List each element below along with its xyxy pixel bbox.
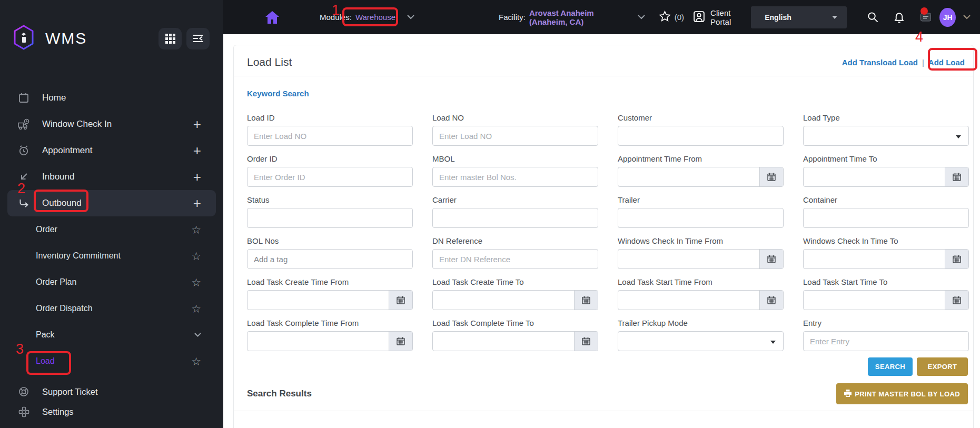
user-menu-chevron-down-icon[interactable]: [963, 15, 971, 19]
form-field-load-type: Load Type: [803, 113, 969, 146]
add-load-link[interactable]: Add Load: [928, 58, 965, 67]
form-field-order-id: Order ID: [247, 154, 413, 187]
sidebar-item-order-plan[interactable]: Order Plan☆: [0, 269, 223, 295]
sidebar-item-label: Window Check In: [42, 119, 193, 130]
search-button[interactable]: SEARCH: [868, 357, 913, 376]
expand-plus-icon[interactable]: +: [193, 170, 201, 184]
expand-plus-icon[interactable]: +: [193, 117, 201, 131]
select-load-type[interactable]: [803, 126, 969, 146]
form-field-mbol: MBOL: [432, 154, 598, 187]
sidebar-item-inventory-commitment[interactable]: Inventory Commitment☆: [0, 243, 223, 269]
input-customer[interactable]: [618, 126, 783, 145]
apps-grid-button[interactable]: [159, 28, 182, 49]
favorite-star-icon[interactable]: ☆: [191, 303, 201, 314]
chevron-down-icon[interactable]: [194, 333, 201, 337]
sidebar-item-settings[interactable]: Settings: [0, 402, 223, 422]
sidebar-item-outbound[interactable]: Outbound+: [7, 190, 216, 216]
sidebar-item-home[interactable]: Home: [0, 85, 223, 111]
expand-plus-icon[interactable]: +: [193, 144, 201, 157]
input-status[interactable]: [248, 208, 412, 227]
client-portal-label: Client Portal: [710, 8, 745, 26]
input-load-task-create-time-to[interactable]: [433, 291, 574, 310]
input-bol-nos[interactable]: [248, 250, 412, 268]
calendar-icon[interactable]: [574, 332, 598, 351]
field-label: Customer: [618, 113, 784, 122]
sidebar-item-pack[interactable]: Pack: [0, 322, 223, 348]
field-label: Load Task Start Time From: [618, 277, 784, 286]
input-load-no[interactable]: [433, 126, 598, 145]
input-trailer[interactable]: [618, 208, 783, 227]
calendar-icon[interactable]: [759, 291, 783, 310]
sidebar-item-support-ticket[interactable]: Support Ticket: [0, 382, 223, 402]
calendar-icon[interactable]: [759, 167, 783, 186]
input-mbol[interactable]: [433, 167, 598, 186]
calendar-icon[interactable]: [759, 250, 783, 268]
print-master-bol-button[interactable]: PRINT MASTER BOL BY LOAD: [836, 383, 968, 404]
notifications-bell-icon[interactable]: [893, 11, 905, 23]
field-label: Windows Check In Time To: [803, 236, 969, 245]
favorite-star-icon[interactable]: ☆: [191, 277, 201, 288]
client-portal-button[interactable]: Client Portal: [692, 8, 745, 26]
favorite-star-icon[interactable]: ☆: [191, 224, 201, 235]
input-entry[interactable]: [804, 332, 968, 351]
input-load-task-start-time-from[interactable]: [618, 291, 759, 310]
input-container[interactable]: [804, 208, 968, 227]
expand-plus-icon[interactable]: +: [193, 196, 201, 210]
sidebar-header: WMS: [0, 0, 223, 52]
sidebar-item-appointment[interactable]: Appointment+: [0, 137, 223, 164]
notification-badge: [920, 7, 928, 15]
favorite-star-icon[interactable]: ☆: [191, 356, 201, 367]
input-appointment-time-to[interactable]: [804, 167, 945, 186]
sidebar-item-window-check-in[interactable]: Window Check In+: [0, 111, 223, 137]
language-select[interactable]: English: [751, 6, 847, 28]
sidebar-item-load[interactable]: Load☆: [0, 348, 223, 374]
client-portal-icon: [692, 10, 706, 25]
select-trailer-pickup-mode[interactable]: [618, 331, 784, 351]
input-windows-check-in-time-to[interactable]: [804, 250, 945, 268]
input-order-id[interactable]: [248, 167, 412, 186]
calendar-icon[interactable]: [945, 291, 968, 310]
search-results-heading: Search Results: [247, 389, 312, 399]
module-chevron-down-icon[interactable]: [407, 15, 414, 19]
sidebar-item-order-dispatch[interactable]: Order Dispatch☆: [0, 295, 223, 322]
search-icon[interactable]: [867, 11, 879, 23]
calendar-icon[interactable]: [945, 167, 968, 186]
calendar-icon[interactable]: [945, 250, 968, 268]
input-carrier[interactable]: [433, 208, 598, 227]
sidebar-item-inbound[interactable]: Inbound+: [0, 164, 223, 190]
export-button[interactable]: EXPORT: [917, 357, 968, 376]
input-appointment-time-from[interactable]: [618, 167, 759, 186]
facility-selector[interactable]: Arovast Anaheim (Anaheim, CA): [529, 8, 626, 26]
input-load-task-create-time-from[interactable]: [248, 291, 389, 310]
favorite-star-icon[interactable]: ☆: [191, 251, 201, 262]
input-load-task-complete-time-from[interactable]: [248, 332, 389, 351]
sidebar-item-order[interactable]: Order☆: [0, 216, 223, 243]
facility-chevron-down-icon[interactable]: [638, 15, 645, 19]
form-field-trailer-pickup-mode: Trailer Pickup Mode: [618, 318, 784, 351]
form-field-load-task-start-time-from: Load Task Start Time From: [618, 277, 784, 310]
field-label: Order ID: [247, 154, 413, 163]
add-transload-load-link[interactable]: Add Transload Load: [842, 58, 918, 67]
favorites-button[interactable]: (0): [659, 11, 684, 24]
settings-icon: [17, 406, 30, 417]
module-selector[interactable]: Warehouse: [355, 13, 395, 22]
input-windows-check-in-time-from[interactable]: [618, 250, 759, 268]
input-load-task-complete-time-to[interactable]: [433, 332, 574, 351]
input-load-id[interactable]: [248, 126, 412, 145]
brand-title: WMS: [45, 29, 87, 47]
link-separator: |: [922, 58, 924, 67]
calendar-icon: [17, 92, 30, 104]
messages-icon[interactable]: [919, 12, 932, 23]
input-dn-reference[interactable]: [433, 250, 598, 268]
sidebar-nav: HomeWindow Check In+Appointment+Inbound+…: [0, 85, 223, 422]
home-icon[interactable]: [265, 11, 279, 24]
input-load-task-start-time-to[interactable]: [804, 291, 945, 310]
user-avatar[interactable]: JH: [939, 8, 956, 27]
main-content: Load List Add Transload Load | Add Load …: [223, 34, 980, 428]
calendar-icon[interactable]: [389, 291, 412, 310]
calendar-icon[interactable]: [389, 332, 412, 351]
field-label: DN Reference: [432, 236, 598, 245]
calendar-icon[interactable]: [574, 291, 598, 310]
collapse-menu-button[interactable]: [186, 28, 210, 49]
arrow-inbound-icon: [17, 171, 30, 183]
